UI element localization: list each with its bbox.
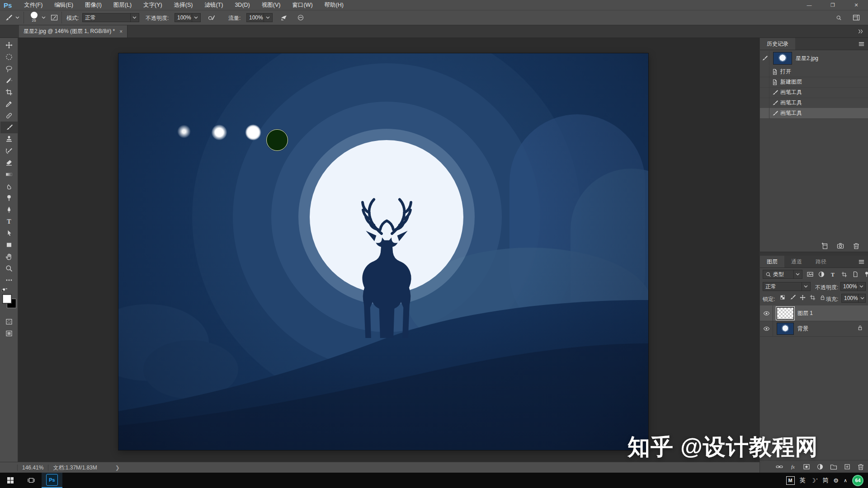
history-source-checkbox[interactable] [760,66,769,77]
layer-row-图层 1[interactable]: 图层 1 [760,305,868,321]
brush-preset-picker[interactable]: 25 [28,11,40,24]
adjustment-layer-icon[interactable] [815,462,825,472]
brush-cursor[interactable] [266,129,288,151]
ime-m-icon[interactable]: M [786,476,795,485]
opacity-pressure-icon[interactable] [207,14,216,22]
brush-picker-chevron-icon[interactable] [41,14,46,22]
tool-preset-chevron-icon[interactable] [14,14,20,22]
tray-expand-icon[interactable]: ∧ [844,478,847,483]
menu-item-9[interactable]: 视图(V) [256,0,287,10]
tool-marquee[interactable] [0,51,18,63]
ime-language-indicator[interactable]: 英 [800,476,806,484]
delete-layer-icon[interactable] [856,462,866,472]
tool-gradient[interactable] [0,169,18,180]
history-step-画笔工具[interactable]: 画笔工具 [760,87,868,98]
new-document-from-state-icon[interactable] [820,241,830,251]
lock-position-icon[interactable] [799,293,806,301]
history-snapshot-row[interactable]: 星星2.jpg [760,51,868,66]
tool-clone-stamp[interactable] [0,133,18,145]
workspace-switcher-icon[interactable] [852,14,861,22]
history-step-打开[interactable]: 打开 [760,66,868,77]
canvas-document[interactable] [118,53,648,450]
tool-hand[interactable] [0,251,18,263]
ime-moon-icon[interactable]: ☽ ’ [811,477,818,484]
menu-item-6[interactable]: 选择(S) [168,0,199,10]
new-group-icon[interactable] [829,462,839,472]
tray-badge[interactable]: 64 [852,475,863,486]
filter-pin-icon[interactable] [862,269,868,279]
tool-screen-mode[interactable] [0,328,18,339]
restore-button[interactable]: ❐ [821,0,844,10]
menu-item-4[interactable]: 图层(L) [108,0,137,10]
history-source-checkbox[interactable] [760,108,769,118]
link-layers-icon[interactable] [774,462,784,472]
document-tab[interactable]: 星星2.jpg @ 146% (图层 1, RGB/8#) * × [19,25,127,38]
zoom-level[interactable]: 146.41% [22,465,43,471]
tool-healing-brush[interactable] [0,110,18,122]
lock-pixels-icon[interactable] [789,293,796,301]
tool-preset-icon[interactable] [4,14,13,22]
tool-type[interactable]: T [0,216,18,227]
history-step-画笔工具[interactable]: 画笔工具 [760,98,868,108]
layer-row-背景[interactable]: 背景 [760,321,868,337]
history-step-画笔工具[interactable]: 画笔工具 [760,108,868,119]
tool-brush[interactable] [0,122,18,133]
tab-路径[interactable]: 路径 [809,256,833,267]
filter-type-icon[interactable]: T [828,269,838,279]
filter-image-icon[interactable] [805,269,815,279]
tool-path-select[interactable] [0,227,18,239]
lock-transparency-icon[interactable] [779,293,786,301]
layer-name[interactable]: 图层 1 [797,310,813,317]
layer-opacity-input[interactable]: 100% [840,282,866,291]
lock-all-icon[interactable] [819,293,826,301]
blend-mode-select[interactable]: 正常 [82,13,139,22]
tab-history[interactable]: 历史记录 [760,38,795,50]
opacity-input[interactable]: 100% [175,13,201,22]
tool-shape[interactable] [0,239,18,251]
tool-eraser[interactable] [0,157,18,169]
close-button[interactable]: ✕ [844,0,868,10]
menu-item-7[interactable]: 滤镜(T) [198,0,229,10]
layer-thumbnail[interactable] [777,323,794,335]
smoothing-icon[interactable] [296,14,305,22]
layers-menu-icon[interactable] [858,258,865,267]
tool-history-brush[interactable] [0,145,18,157]
taskbar-photoshop-button[interactable]: Ps [42,473,62,488]
tool-eyedropper[interactable] [0,98,18,110]
layer-thumbnail[interactable] [777,307,794,319]
new-snapshot-icon[interactable] [835,241,845,251]
tab-通道[interactable]: 通道 [784,256,809,267]
tool-more-tools[interactable] [0,274,18,286]
menu-item-5[interactable]: 文字(Y) [137,0,168,10]
layer-fill-input[interactable]: 100% [841,294,866,303]
tool-zoom[interactable] [0,263,18,274]
filter-adjustment-icon[interactable] [816,269,826,279]
lock-artboard-icon[interactable] [809,293,816,301]
status-chevron-icon[interactable]: ❯ [115,465,120,471]
foreground-color-swatch[interactable] [2,294,12,304]
menu-item-11[interactable]: 帮助(H) [319,0,349,10]
tab-图层[interactable]: 图层 [760,256,784,267]
menu-item-2[interactable]: 编辑(E) [48,0,79,10]
ime-settings-gear-icon[interactable]: ⚙ [833,477,839,484]
tool-dodge[interactable] [0,192,18,204]
menu-item-10[interactable]: 窗口(W) [286,0,318,10]
airbrush-icon[interactable] [279,14,288,22]
menu-item-3[interactable]: 图像(I) [79,0,108,10]
tab-close-icon[interactable]: × [119,28,123,35]
new-layer-icon[interactable] [842,462,852,472]
add-layer-mask-icon[interactable] [802,462,811,472]
history-menu-icon[interactable] [858,41,865,49]
history-source-checkbox[interactable] [760,98,769,108]
history-source-checkbox[interactable] [760,77,769,87]
layer-name[interactable]: 背景 [797,325,808,333]
filter-shape-icon[interactable] [839,269,849,279]
layer-filter-select[interactable]: 类型 [763,270,802,279]
tool-crop[interactable] [0,86,18,98]
menu-item-8[interactable]: 3D(D) [229,0,255,10]
start-button[interactable] [0,473,21,488]
menu-item-1[interactable]: 文件(F) [18,0,48,10]
delete-state-icon[interactable] [851,241,861,251]
task-view-button[interactable] [21,473,42,488]
flow-input[interactable]: 100% [246,13,273,22]
